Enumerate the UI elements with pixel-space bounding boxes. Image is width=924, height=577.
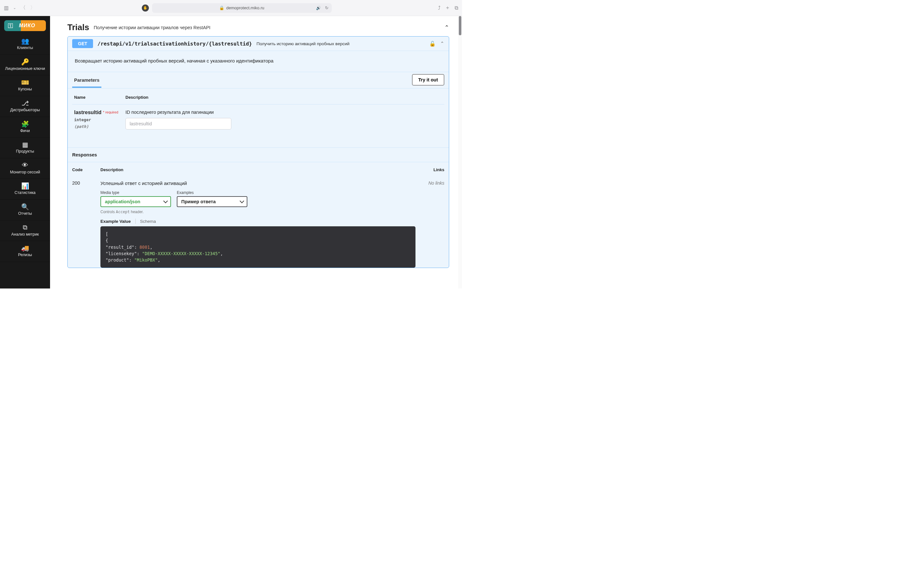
share-icon[interactable]: ⤴ (438, 5, 441, 11)
url-text: demoprotect.miko.ru (226, 5, 264, 10)
tab-example-value[interactable]: Example Value (100, 219, 131, 224)
endpoint-path: /restapi/v1/trialsactivationhistory/{las… (97, 41, 252, 47)
media-type-select[interactable]: application/json (100, 196, 171, 207)
param-row: lastresultid required integer (path) ID … (72, 105, 444, 135)
sidebar-item-label: Клиенты (17, 45, 33, 51)
accept-header-note: Controls Accept header. (100, 210, 171, 214)
sidebar-item-0[interactable]: 👥Клиенты (0, 34, 50, 55)
param-type: integer (74, 117, 126, 122)
puzzle-icon: 🧩 (21, 120, 29, 128)
sliders-icon: ⧉ (23, 224, 27, 231)
col-description: Description (126, 95, 149, 100)
response-code: 200 (72, 181, 100, 268)
col-code: Code (72, 167, 100, 172)
tabs-overview-icon[interactable]: ⧉ (455, 5, 458, 11)
nav-fwd-icon: 〉 (30, 5, 35, 11)
sidebar-item-label: Релизы (18, 253, 32, 258)
sidebar-item-label: Отчеты (18, 211, 32, 216)
new-tab-icon[interactable]: ＋ (445, 5, 450, 11)
response-links: No links (415, 181, 444, 268)
endpoint-summary: Получить историю активаций пробных верси… (256, 41, 349, 46)
lock-icon: 🔒 (219, 5, 224, 10)
chevron-up-icon[interactable]: ⌃ (444, 24, 449, 31)
param-in: (path) (74, 124, 126, 129)
param-name: lastresultid (74, 110, 102, 115)
responses-title: Responses (68, 147, 449, 162)
users-icon: 👥 (21, 37, 29, 45)
sidebar-item-label: Фичи (20, 129, 30, 134)
content-area: Trials Получение истории активации триал… (50, 16, 462, 288)
sidebar-item-label: Лицензионные ключи (5, 66, 45, 71)
unlock-icon[interactable]: 🔓 (429, 41, 436, 47)
scrollbar-track[interactable] (458, 16, 462, 288)
tag-description: Получение истории активации триалов чере… (94, 25, 210, 30)
chevron-up-icon[interactable]: ⌃ (440, 41, 444, 47)
sidebar-item-2[interactable]: 🎫Купоны (0, 75, 50, 96)
sidebar-item-label: Монитор сессий (10, 170, 40, 175)
scrollbar-thumb[interactable] (459, 16, 461, 35)
parameters-bar: Parameters Try it out (68, 72, 449, 89)
sidebar-item-label: Статистика (15, 190, 36, 195)
sidebar-item-1[interactable]: 🔑Лицензионные ключи (0, 55, 50, 76)
param-description: ID последнего результата для пагинации (126, 110, 231, 115)
truck-icon: 🚚 (21, 244, 29, 252)
nav-back-icon[interactable]: 〈 (21, 5, 26, 11)
sidebar-item-10[interactable]: 🚚Релизы (0, 241, 50, 262)
sidebar-item-label: Анализ метрик (11, 232, 39, 237)
zoom-icon: 🔍 (21, 203, 29, 211)
sidebar-item-7[interactable]: 📊Статистика (0, 179, 50, 200)
sidebar-item-4[interactable]: 🧩Фичи (0, 117, 50, 138)
sidebar-item-label: Продукты (16, 149, 34, 154)
param-input[interactable] (126, 118, 231, 129)
response-desc: Успешный ответ с историей активаций (100, 181, 415, 186)
tabgroup-chevron-icon[interactable]: ⌄ (13, 6, 16, 10)
endpoint-block: GET /restapi/v1/trialsactivationhistory/… (67, 36, 449, 268)
grid-icon: ▦ (22, 141, 28, 148)
eye-icon: 👁 (22, 161, 28, 169)
sidebar-item-6[interactable]: 👁Монитор сессий (0, 158, 50, 179)
key-icon: ⚿ (4, 23, 17, 29)
branch-icon: ⎇ (21, 99, 29, 107)
required-badge: required (103, 110, 118, 114)
http-method-badge: GET (72, 39, 93, 48)
privacy-shield-icon[interactable]: ✋ (142, 5, 149, 11)
address-bar[interactable]: 🔒 demoprotect.miko.ru 🔊 ↻ (152, 3, 332, 13)
sidebar-item-label: Дистрибьюторы (10, 108, 40, 113)
endpoint-header[interactable]: GET /restapi/v1/trialsactivationhistory/… (68, 37, 449, 51)
tag-title: Trials (67, 23, 89, 32)
parameters-table: Name Description lastresultid required i… (68, 89, 449, 147)
responses-columns: Code Description Links (68, 162, 449, 177)
example-select[interactable]: Пример ответа (177, 196, 247, 207)
brand-logo[interactable]: ⚿ МИКО (3, 19, 47, 33)
ticket-icon: 🎫 (21, 79, 29, 86)
sidebar-nav: 👥Клиенты🔑Лицензионные ключи🎫Купоны⎇Дистр… (0, 34, 50, 262)
sidebar-toggle-icon[interactable]: ▥ (4, 5, 9, 11)
sidebar-item-8[interactable]: 🔍Отчеты (0, 200, 50, 221)
sidebar-item-9[interactable]: ⧉Анализ метрик (0, 221, 50, 242)
sidebar-item-5[interactable]: ▦Продукты (0, 137, 50, 158)
example-code: [ { "result_id": 8001, "licensekey": "DE… (100, 226, 415, 268)
sound-icon[interactable]: 🔊 (316, 6, 321, 10)
api-tag-header[interactable]: Trials Получение истории активации триал… (67, 23, 449, 32)
reload-icon[interactable]: ↻ (325, 5, 328, 10)
media-type-label: Media type (100, 190, 171, 195)
col-name: Name (74, 95, 126, 100)
sidebar-item-label: Купоны (18, 87, 32, 92)
chart-icon: 📊 (21, 182, 29, 190)
col-links: Links (415, 167, 444, 172)
app-sidebar: ⚿ МИКО 👥Клиенты🔑Лицензионные ключи🎫Купон… (0, 16, 50, 288)
tab-parameters[interactable]: Parameters (72, 74, 102, 88)
tab-schema[interactable]: Schema (140, 219, 156, 224)
response-row: 200 Успешный ответ с историей активаций … (68, 177, 449, 268)
examples-label: Examples (177, 190, 247, 195)
endpoint-description: Возвращает историю активаций пробных вер… (68, 51, 449, 72)
col-desc: Description (100, 167, 415, 172)
browser-toolbar: ▥ ⌄ 〈 〉 ✋ 🔒 demoprotect.miko.ru 🔊 ↻ ⤴ ＋ … (0, 0, 462, 16)
key-icon: 🔑 (21, 58, 29, 66)
try-it-out-button[interactable]: Try it out (412, 74, 444, 85)
sidebar-item-3[interactable]: ⎇Дистрибьюторы (0, 96, 50, 117)
